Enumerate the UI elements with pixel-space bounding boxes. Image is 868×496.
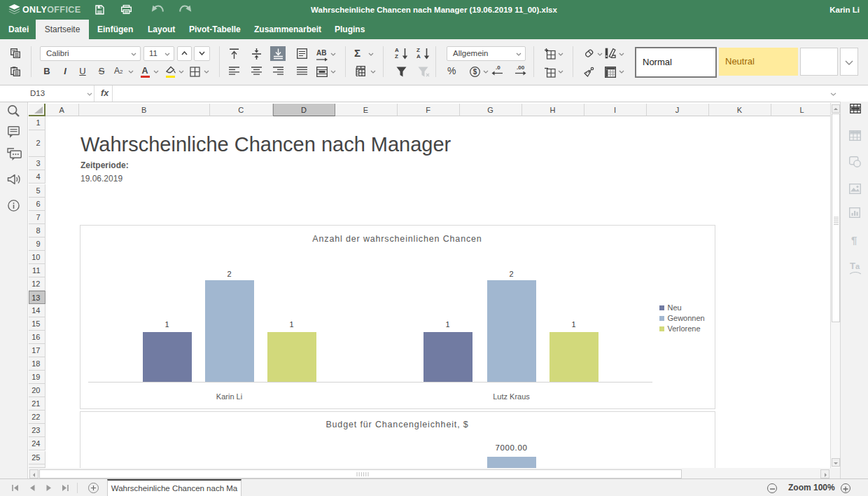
svg-text:$: $ bbox=[473, 68, 477, 76]
